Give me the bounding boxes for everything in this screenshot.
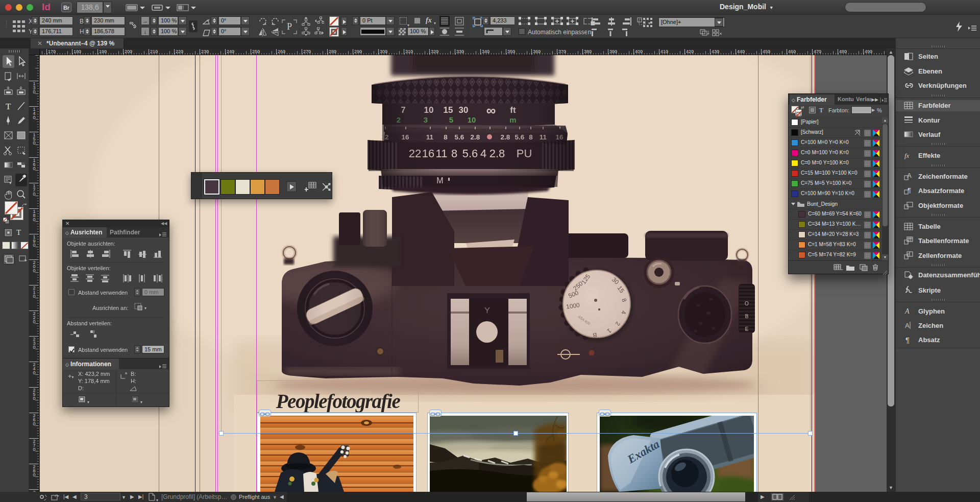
svg-text:¶: ¶ xyxy=(905,336,910,344)
svg-text:E: E xyxy=(745,326,749,332)
svg-text:fx: fx xyxy=(904,152,910,159)
svg-text:T: T xyxy=(6,102,11,111)
svg-text:A: A xyxy=(904,307,910,315)
svg-text:B: B xyxy=(745,314,749,319)
svg-text:B: B xyxy=(593,331,597,339)
svg-text:A: A xyxy=(905,322,910,329)
svg-text:O: O xyxy=(745,301,749,306)
